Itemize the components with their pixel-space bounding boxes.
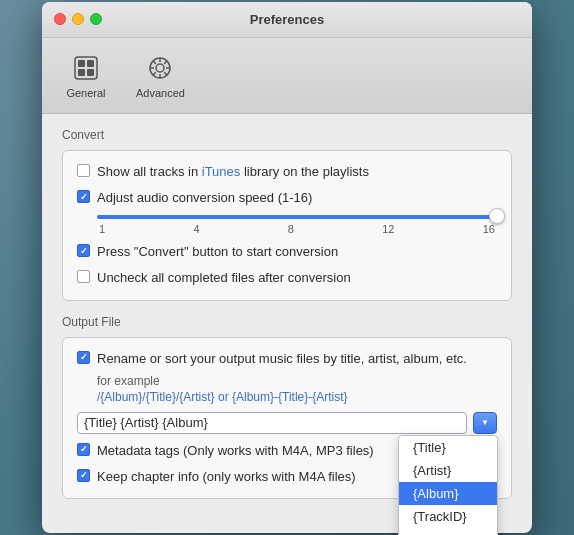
rename-files-row: Rename or sort your output music files b… [77,350,497,368]
dropdown-item-title[interactable]: {Title} [399,436,497,459]
svg-line-12 [165,72,168,75]
traffic-lights [54,13,102,25]
rename-files-checkbox[interactable] [77,351,90,364]
show-tracks-row: Show all tracks in iTunes library on the… [77,163,497,181]
svg-rect-1 [78,60,85,67]
example-label: for example [97,374,497,388]
preferences-window: Preferences General [42,2,532,533]
slider-label-16: 16 [483,223,495,235]
dropdown-button[interactable]: {Title} {Artist} {Album} {TrackID} {Disk… [473,412,497,434]
metadata-tags-label: Metadata tags (Only works with M4A, MP3 … [97,442,374,460]
convert-section-box: Show all tracks in iTunes library on the… [62,150,512,301]
slider-label-12: 12 [382,223,394,235]
press-convert-label: Press "Convert" button to start conversi… [97,243,338,261]
output-input-row: {Title} {Artist} {Album} {TrackID} {Disk… [77,412,497,434]
show-tracks-checkbox[interactable] [77,164,90,177]
uncheck-completed-checkbox[interactable] [77,270,90,283]
slider-label-8: 8 [288,223,294,235]
slider-label-1: 1 [99,223,105,235]
speed-slider-track[interactable] [97,215,497,219]
titlebar: Preferences [42,2,532,38]
toolbar-item-general[interactable]: General [58,48,114,103]
content-area: Convert Show all tracks in iTunes librar… [42,114,532,533]
speed-slider-thumb[interactable] [489,208,505,224]
svg-line-11 [153,61,156,64]
press-convert-checkbox[interactable] [77,244,90,257]
convert-section-label: Convert [62,128,512,142]
adjust-speed-checkbox[interactable] [77,190,90,203]
example-path: /{Album}/{Title}/{Artist} or {Album}-{Ti… [97,390,497,404]
output-section-box: Rename or sort your output music files b… [62,337,512,500]
svg-line-14 [153,72,156,75]
metadata-tags-checkbox[interactable] [77,443,90,456]
close-button[interactable] [54,13,66,25]
slider-label-4: 4 [193,223,199,235]
speed-slider-fill [97,215,497,219]
general-icon [70,52,102,84]
rename-files-label: Rename or sort your output music files b… [97,350,467,368]
toolbar-general-label: General [66,87,105,99]
dropdown-item-album[interactable]: {Album} [399,482,497,505]
uncheck-completed-label: Uncheck all completed files after conver… [97,269,351,287]
speed-slider-container: 1 4 8 12 16 [97,215,497,235]
dropdown-item-artist[interactable]: {Artist} [399,459,497,482]
adjust-speed-label: Adjust audio conversion speed (1-16) [97,189,312,207]
zoom-button[interactable] [90,13,102,25]
window-title: Preferences [250,12,324,27]
adjust-speed-row: Adjust audio conversion speed (1-16) [77,189,497,207]
keep-chapter-checkbox[interactable] [77,469,90,482]
slider-labels: 1 4 8 12 16 [97,223,497,235]
keep-chapter-label: Keep chapter info (only works with M4A f… [97,468,356,486]
toolbar-item-advanced[interactable]: Advanced [130,48,191,103]
svg-point-6 [156,64,164,72]
uncheck-completed-row: Uncheck all completed files after conver… [77,269,497,287]
advanced-icon [144,52,176,84]
show-tracks-label: Show all tracks in iTunes library on the… [97,163,369,181]
svg-rect-3 [78,69,85,76]
dropdown-item-diskid[interactable]: {DiskID} [399,528,497,535]
toolbar-advanced-label: Advanced [136,87,185,99]
dropdown-menu: {Title} {Artist} {Album} {TrackID} {Disk… [398,435,498,535]
toolbar: General Advanced [42,38,532,114]
dropdown-item-trackid[interactable]: {TrackID} [399,505,497,528]
press-convert-row: Press "Convert" button to start conversi… [77,243,497,261]
svg-line-13 [165,61,168,64]
minimize-button[interactable] [72,13,84,25]
output-section-label: Output File [62,315,512,329]
svg-rect-4 [87,69,94,76]
output-format-input[interactable] [77,412,467,434]
svg-rect-2 [87,60,94,67]
